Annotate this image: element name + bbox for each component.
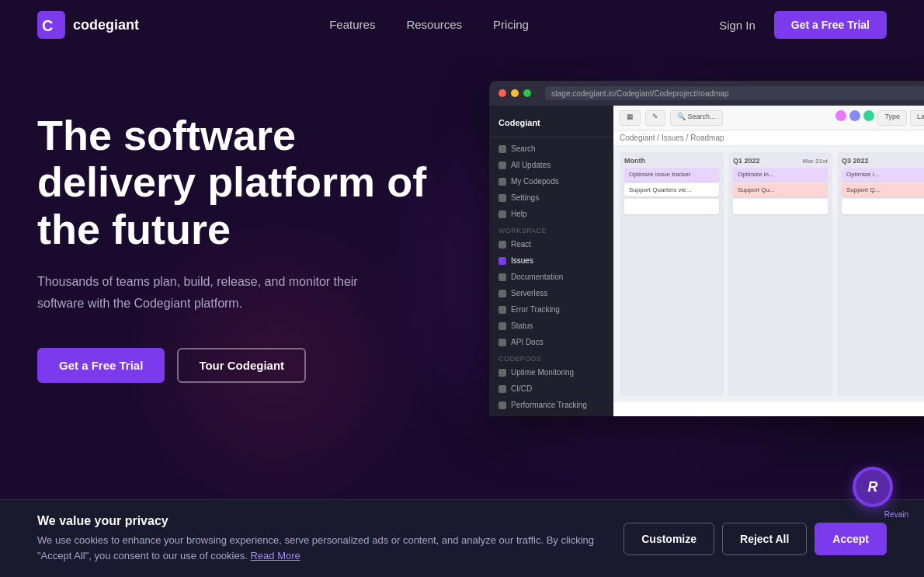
app-breadcrumb: Codegiant / Issues / Roadmap: [613, 130, 924, 146]
hero-section: The software delivery platform of the fu…: [0, 50, 924, 500]
cookie-customize-button[interactable]: Customize: [624, 523, 714, 555]
toolbar-type-btn[interactable]: Type: [877, 110, 907, 126]
cookie-buttons: Customize Reject All Accept: [624, 523, 887, 555]
sidebar-uptime[interactable]: Uptime Monitoring: [489, 364, 613, 381]
avatar-3: [863, 110, 874, 121]
hero-screenshot: stage.codegiant.io/Codegiant/Codeproject…: [489, 81, 924, 416]
revain-badge[interactable]: R: [853, 467, 893, 507]
error-tracking-icon: [498, 306, 506, 314]
api-docs-icon: [498, 339, 506, 346]
cookie-banner: We value your privacy We use cookies to …: [0, 499, 924, 577]
hero-title: The software delivery platform of the fu…: [37, 112, 441, 252]
uptime-icon: [498, 369, 506, 377]
nav-trial-button[interactable]: Get a Free Trial: [774, 11, 887, 39]
board-card[interactable]: [842, 199, 924, 214]
codepods-icon: [498, 178, 506, 186]
codegiant-logo-icon: C: [37, 11, 65, 39]
hero-buttons: Get a Free Trial Tour Codegiant: [37, 348, 441, 383]
sidebar-performance[interactable]: Performance Tracking: [489, 397, 613, 413]
navbar: C codegiant Features Resources Pricing S…: [0, 0, 924, 50]
sidebar-serverless[interactable]: Serverless: [489, 285, 613, 301]
performance-icon: [498, 401, 506, 409]
toolbar-filter-btn[interactable]: ▦: [620, 110, 641, 126]
app-main: ▦ ✎ 🔍 Search... Type Label Codegiant / I…: [613, 106, 924, 416]
workspace-section-label: WORKSPACE: [489, 222, 613, 236]
status-icon: [498, 322, 506, 330]
sidebar-settings[interactable]: Settings: [489, 189, 613, 206]
app-toolbar: ▦ ✎ 🔍 Search... Type Label: [613, 106, 924, 130]
sidebar-react[interactable]: React: [489, 236, 613, 252]
app-board: Month Optimize Issue tracker Support Qua…: [613, 146, 924, 402]
nav-pricing[interactable]: Pricing: [493, 18, 529, 31]
browser-dot-yellow: [511, 89, 519, 97]
nav-logo[interactable]: C codegiant: [37, 11, 139, 39]
issues-icon: [498, 257, 506, 265]
cookie-accept-button[interactable]: Accept: [815, 523, 887, 555]
settings-icon: [498, 194, 506, 202]
hero-content: The software delivery platform of the fu…: [37, 96, 441, 383]
board-card[interactable]: [733, 199, 828, 214]
board-card[interactable]: Optimize Issue tracker: [624, 168, 719, 181]
svg-text:C: C: [42, 17, 53, 34]
hero-tour-button[interactable]: Tour Codegiant: [177, 348, 306, 383]
board-card[interactable]: Support Q...: [842, 183, 924, 196]
sidebar-all-updates[interactable]: All Updates: [489, 157, 613, 173]
serverless-icon: [498, 290, 506, 297]
sidebar-serverless2[interactable]: Serverless: [489, 413, 613, 416]
board-card[interactable]: Optimize in...: [733, 168, 828, 181]
browser-content: Codegiant Search All Updates My Codepods: [489, 106, 924, 416]
browser-bar: stage.codegiant.io/Codegiant/Codeproject…: [489, 81, 924, 106]
board-card[interactable]: [624, 199, 719, 214]
avatar-2: [849, 110, 860, 121]
toolbar-label-btn[interactable]: Label: [910, 110, 924, 126]
updates-icon: [498, 162, 506, 169]
sidebar-error-tracking[interactable]: Error Tracking: [489, 301, 613, 318]
cookie-text-block: We value your privacy We use cookies to …: [37, 514, 599, 563]
avatar-1: [835, 110, 846, 121]
sidebar-help[interactable]: Help: [489, 206, 613, 222]
nav-links: Features Resources Pricing: [329, 18, 529, 32]
cicd-icon: [498, 385, 506, 393]
help-icon: [498, 210, 506, 218]
sidebar-search[interactable]: Search: [489, 141, 613, 157]
board-card[interactable]: Optimize i...: [842, 168, 924, 181]
app-sidebar: Codegiant Search All Updates My Codepods: [489, 106, 613, 416]
revain-label: Revain: [884, 510, 908, 519]
nav-features[interactable]: Features: [329, 18, 375, 31]
sidebar-status[interactable]: Status: [489, 318, 613, 334]
cookie-read-more-link[interactable]: Read More: [250, 550, 300, 561]
browser-dot-red: [498, 89, 506, 97]
react-icon: [498, 241, 506, 249]
documentation-icon: [498, 273, 506, 281]
brand-name: codegiant: [73, 17, 139, 33]
board-column-month: Month Optimize Issue tracker Support Qua…: [620, 152, 724, 396]
browser-window: stage.codegiant.io/Codegiant/Codeproject…: [489, 81, 924, 416]
hero-subtitle: Thousands of teams plan, build, release,…: [37, 271, 379, 313]
sign-in-link[interactable]: Sign In: [719, 19, 756, 32]
revain-icon: R: [868, 479, 878, 495]
sidebar-logo: Codegiant: [489, 112, 613, 137]
hero-trial-button[interactable]: Get a Free Trial: [37, 348, 165, 383]
sidebar-cicd[interactable]: CI/CD: [489, 381, 613, 397]
cookie-description: We use cookies to enhance your browsing …: [37, 533, 599, 563]
sidebar-documentation[interactable]: Documentation: [489, 269, 613, 285]
toolbar-edit-btn[interactable]: ✎: [645, 110, 665, 126]
cookie-reject-button[interactable]: Reject All: [722, 523, 807, 555]
codepods-section-label: CODEPODS: [489, 350, 613, 364]
toolbar-search-btn[interactable]: 🔍 Search...: [670, 110, 723, 126]
nav-resources[interactable]: Resources: [406, 18, 462, 31]
nav-right: Sign In Get a Free Trial: [719, 11, 887, 39]
browser-url: stage.codegiant.io/Codegiant/Codeproject…: [545, 86, 924, 100]
browser-dot-green: [523, 89, 531, 97]
search-icon: [498, 145, 506, 153]
sidebar-my-codepods[interactable]: My Codepods: [489, 173, 613, 189]
sidebar-api-docs[interactable]: API Docs: [489, 334, 613, 350]
board-card[interactable]: Support Qu...: [733, 183, 828, 196]
board-card[interactable]: Support Quarters vie...: [624, 183, 719, 196]
revain-inner: R: [856, 470, 890, 504]
cookie-title: We value your privacy: [37, 514, 599, 528]
board-column-q3: Q3 2022 Optimize i... Support Q...: [837, 152, 924, 396]
board-column-q1: Q1 2022 Mar 21st Optimize in... Support …: [728, 152, 832, 396]
sidebar-issues[interactable]: Issues: [489, 252, 613, 269]
